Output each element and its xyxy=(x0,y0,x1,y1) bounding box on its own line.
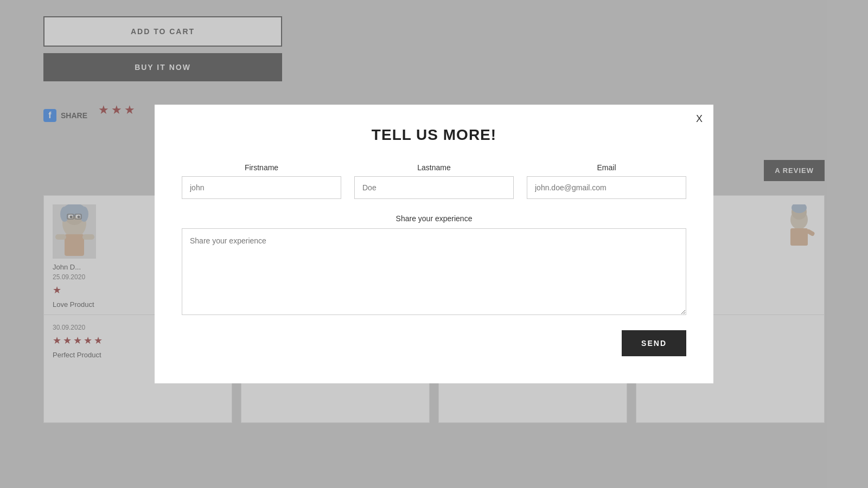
modal-footer: SEND xyxy=(182,330,686,356)
firstname-input[interactable] xyxy=(182,176,341,199)
email-input[interactable] xyxy=(527,176,686,199)
firstname-group: Firstname xyxy=(182,163,341,199)
modal-dialog: X TELL US MORE! Firstname Lastname Email… xyxy=(155,105,713,383)
modal-close-button[interactable]: X xyxy=(696,113,703,125)
experience-textarea[interactable] xyxy=(182,228,686,315)
send-button[interactable]: SEND xyxy=(622,330,686,356)
lastname-input[interactable] xyxy=(354,176,514,199)
modal-title: TELL US MORE! xyxy=(182,126,686,144)
modal-overlay: X TELL US MORE! Firstname Lastname Email… xyxy=(0,0,868,488)
experience-section: Share your experience xyxy=(182,214,686,317)
email-group: Email xyxy=(527,163,686,199)
email-label: Email xyxy=(527,163,686,172)
form-fields-row: Firstname Lastname Email xyxy=(182,163,686,199)
firstname-label: Firstname xyxy=(182,163,341,172)
lastname-group: Lastname xyxy=(354,163,514,199)
lastname-label: Lastname xyxy=(354,163,514,172)
experience-label: Share your experience xyxy=(182,214,686,223)
